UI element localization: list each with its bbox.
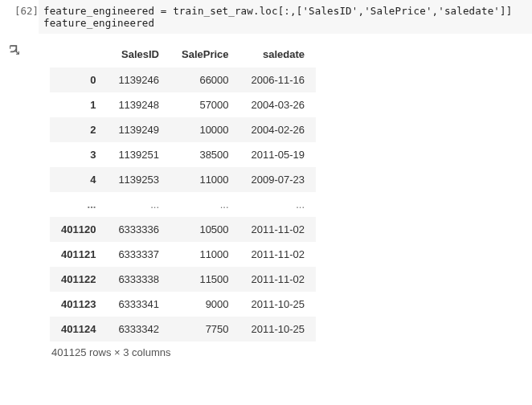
cell-value: 1139249 [107, 117, 170, 142]
cell-value: 2004-02-26 [240, 117, 317, 142]
cell-value: 1139246 [107, 68, 170, 93]
cell-value: 38500 [170, 142, 240, 167]
cell-value: 6333342 [107, 317, 170, 342]
code-input[interactable]: feature_engineered = train_set_raw.loc[:… [39, 0, 532, 34]
code-cell: [62] feature_engineered = train_set_raw.… [0, 0, 532, 34]
cell-value: 9000 [170, 292, 240, 317]
index-header [50, 42, 107, 68]
cell-value: 2009-07-23 [240, 167, 317, 192]
code-line: feature_engineered [43, 17, 154, 29]
cell-value: 11000 [170, 167, 240, 192]
cell-value: 6333338 [107, 267, 170, 292]
col-header: SalePrice [170, 42, 240, 68]
row-index: 401121 [50, 242, 107, 267]
output-area: SalesID SalePrice saledate 0 1139246 660… [0, 42, 532, 366]
row-index: 3 [50, 142, 107, 167]
col-header: SalesID [107, 42, 170, 68]
cell-value: 1139251 [107, 142, 170, 167]
table-row: 401121 6333337 11000 2011-11-02 [50, 242, 316, 267]
cell-value: 2011-11-02 [240, 242, 317, 267]
row-index: ... [50, 192, 107, 217]
cell-value: ... [240, 192, 317, 217]
cell-value: 2011-11-02 [240, 267, 317, 292]
table-row: 401120 6333336 10500 2011-11-02 [50, 217, 316, 242]
cell-value: 11000 [170, 242, 240, 267]
cell-value: 2011-11-02 [240, 217, 317, 242]
row-index: 1 [50, 92, 107, 117]
table-row: 401124 6333342 7750 2011-10-25 [50, 317, 316, 342]
row-index: 401122 [50, 267, 107, 292]
cell-value: 10000 [170, 117, 240, 142]
cell-value: 2011-10-25 [240, 317, 317, 342]
table-row: 1 1139248 57000 2004-03-26 [50, 92, 316, 117]
cell-value: 2004-03-26 [240, 92, 317, 117]
header-row: SalesID SalePrice saledate [50, 42, 316, 68]
table-row: 401123 6333341 9000 2011-10-25 [50, 292, 316, 317]
row-index: 2 [50, 117, 107, 142]
output-indicator [0, 42, 47, 59]
dataframe-output: SalesID SalePrice saledate 0 1139246 660… [47, 42, 316, 366]
dataframe-shape: 401125 rows × 3 columns [50, 342, 316, 366]
cell-execution-count: [62] [0, 0, 39, 22]
table-row: 0 1139246 66000 2006-11-16 [50, 68, 316, 93]
cell-value: ... [170, 192, 240, 217]
cell-value: 11500 [170, 267, 240, 292]
dataframe-table: SalesID SalePrice saledate 0 1139246 660… [50, 42, 316, 342]
row-index: 401123 [50, 292, 107, 317]
cell-value: 2011-10-25 [240, 292, 317, 317]
cell-value: 1139253 [107, 167, 170, 192]
cell-value: 10500 [170, 217, 240, 242]
cell-value: 1139248 [107, 92, 170, 117]
table-row: 3 1139251 38500 2011-05-19 [50, 142, 316, 167]
cell-value: 6333341 [107, 292, 170, 317]
cell-value: 66000 [170, 68, 240, 93]
code-line: feature_engineered = train_set_raw.loc[:… [43, 5, 512, 17]
col-header: saledate [240, 42, 317, 68]
cell-value: 57000 [170, 92, 240, 117]
cell-value: 6333336 [107, 217, 170, 242]
table-row: 4 1139253 11000 2009-07-23 [50, 167, 316, 192]
table-row: 401122 6333338 11500 2011-11-02 [50, 267, 316, 292]
output-arrow-icon [8, 43, 21, 59]
cell-value: 6333337 [107, 242, 170, 267]
row-index: 4 [50, 167, 107, 192]
table-row: 2 1139249 10000 2004-02-26 [50, 117, 316, 142]
ellipsis-row: ... ... ... ... [50, 192, 316, 217]
cell-value: 7750 [170, 317, 240, 342]
row-index: 401120 [50, 217, 107, 242]
cell-value: ... [107, 192, 170, 217]
row-index: 401124 [50, 317, 107, 342]
row-index: 0 [50, 68, 107, 93]
cell-value: 2011-05-19 [240, 142, 317, 167]
cell-value: 2006-11-16 [240, 68, 317, 93]
